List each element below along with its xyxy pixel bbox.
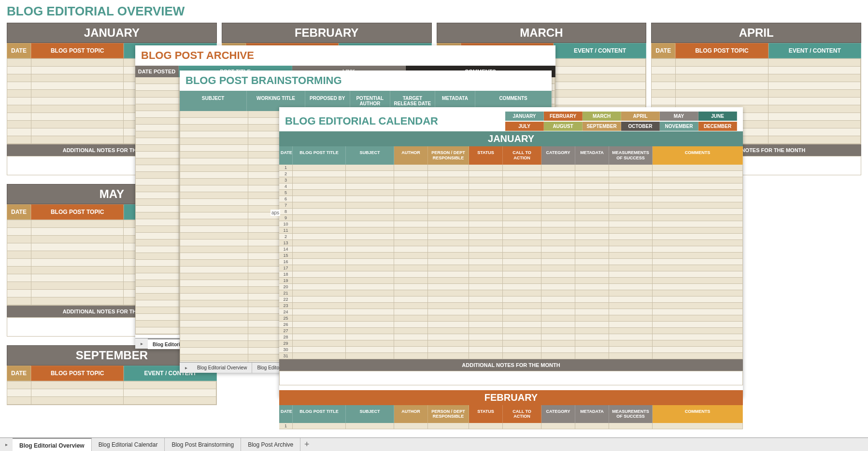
cal-col-date[interactable]: DATE [279, 405, 293, 423]
month-header: APRIL [651, 23, 861, 43]
cal-day-row[interactable]: 15 [279, 253, 743, 259]
cal-day-row[interactable]: 22 [279, 296, 743, 303]
cal-day-row[interactable]: 7 [279, 202, 743, 209]
cal-day-row[interactable]: 30 [279, 347, 743, 353]
cal-day-row[interactable]: 6 [279, 196, 743, 202]
cal-day-row[interactable]: 16 [279, 259, 743, 265]
add-sheet-button[interactable]: + [300, 439, 313, 450]
col-topic[interactable]: BLOG POST TOPIC [31, 204, 124, 220]
col-date-posted[interactable]: DATE POSTED [135, 66, 179, 77]
cal-col-cta[interactable]: CALL TO ACTION [503, 146, 541, 165]
cal-day-row[interactable]: 2 [279, 234, 743, 240]
cal-day-row[interactable]: 4 [279, 183, 743, 190]
cal-col-status[interactable]: STATUS [469, 405, 503, 423]
cal-col-author[interactable]: AUTHOR [394, 146, 428, 165]
month-header: JANUARY [7, 23, 217, 43]
cal-notes-body[interactable] [279, 371, 743, 385]
cal-day-row[interactable]: 1 [279, 165, 743, 171]
cal-day-row[interactable]: 28 [279, 334, 743, 340]
sheet-tab-blog-post-archive[interactable]: Blog Post Archive [241, 438, 300, 451]
cal-col-cta[interactable]: CALL TO ACTION [503, 405, 541, 423]
cal-day-row[interactable]: 5 [279, 190, 743, 196]
cal-day-row[interactable]: 20 [279, 284, 743, 290]
cal-day-row[interactable]: 29 [279, 340, 743, 347]
month-tab-november[interactable]: NOVEMBER [660, 122, 698, 131]
cal-day-row[interactable]: 27 [279, 328, 743, 334]
tab-prev-icon[interactable]: ▸ [135, 338, 148, 349]
month-tab-june[interactable]: JUNE [698, 112, 737, 121]
archive-title: BLOG POST ARCHIVE [135, 45, 555, 66]
cal-col-author[interactable]: AUTHOR [394, 405, 428, 423]
col-date[interactable]: DATE [7, 43, 31, 58]
cal-col-title[interactable]: BLOG POST TITLE [293, 405, 346, 423]
cal-day-row[interactable]: 2 [279, 171, 743, 177]
tab-prev-icon[interactable]: ▸ [180, 363, 192, 373]
calendar-title: BLOG EDITORIAL CALENDAR [285, 111, 444, 131]
cal-day-row[interactable]: 25 [279, 315, 743, 322]
month-tab-april[interactable]: APRIL [621, 112, 660, 121]
cal-col-date[interactable]: DATE [279, 146, 293, 165]
month-tab-january[interactable]: JANUARY [505, 112, 544, 121]
month-tab-september[interactable]: SEPTEMBER [583, 122, 621, 131]
cal-day-row[interactable]: 31 [279, 353, 743, 359]
month-tab-may[interactable]: MAY [660, 112, 698, 121]
col-event[interactable]: EVENT / CONTENT [554, 43, 646, 58]
cal-day-row[interactable]: 26 [279, 322, 743, 328]
month-tab-august[interactable]: AUGUST [544, 122, 583, 131]
month-tab-february[interactable]: FEBRUARY [544, 112, 583, 121]
cal-col-person[interactable]: PERSON / DEPT RESPONSIBLE [428, 405, 469, 423]
month-tab-october[interactable]: OCTOBER [621, 122, 660, 131]
col-topic[interactable]: BLOG POST TOPIC [31, 43, 124, 58]
cal-col-subject[interactable]: SUBJECT [346, 405, 394, 423]
cal-day-row[interactable]: 18 [279, 271, 743, 278]
sheet-tab[interactable]: Blog Editorial Overview [192, 363, 252, 373]
cal-col-subject[interactable]: SUBJECT [346, 146, 394, 165]
cal-day-row[interactable]: 1 [279, 423, 743, 429]
col-topic[interactable]: BLOG POST TOPIC [31, 366, 124, 381]
main-tabbar: ▸ Blog Editorial OverviewBlog Editorial … [0, 437, 868, 451]
cal-day-row[interactable]: 10 [279, 221, 743, 227]
col-date[interactable]: DATE [651, 43, 675, 58]
cal-day-row[interactable]: 8 [279, 209, 743, 215]
cal-col-category[interactable]: CATEGORY [541, 146, 575, 165]
january-banner: JANUARY [279, 131, 743, 146]
sheet-tab-blog-editorial-calendar[interactable]: Blog Editorial Calendar [92, 438, 165, 451]
cal-day-row[interactable]: 11 [279, 227, 743, 234]
col-date[interactable]: DATE [7, 366, 31, 381]
sheet-tab-blog-post-brainstorming[interactable]: Blog Post Brainstorming [165, 438, 241, 451]
sheet-tab-blog-editorial-overview[interactable]: Blog Editorial Overview [13, 438, 92, 451]
cal-col-comments[interactable]: COMMENTS [653, 405, 743, 423]
cal-col-status[interactable]: STATUS [469, 146, 503, 165]
cal-col-metadata[interactable]: METADATA [575, 146, 609, 165]
month-header: MARCH [437, 23, 647, 43]
cal-day-row[interactable]: 21 [279, 290, 743, 296]
cal-day-row[interactable]: 17 [279, 265, 743, 271]
col-event[interactable]: EVENT / CONTENT [768, 43, 861, 58]
cal-day-row[interactable]: 19 [279, 278, 743, 284]
cal-day-row[interactable]: 3 [279, 177, 743, 183]
month-header: FEBRUARY [222, 23, 432, 43]
cal-col-measures[interactable]: MEASUREMENTS OF SUCCESS [609, 405, 653, 423]
cal-col-category[interactable]: CATEGORY [541, 405, 575, 423]
month-tab-december[interactable]: DECEMBER [698, 122, 737, 131]
cal-day-row[interactable]: 24 [279, 309, 743, 315]
col-topic[interactable]: BLOG POST TOPIC [675, 43, 768, 58]
month-tab-july[interactable]: JULY [505, 122, 544, 131]
tab-prev-icon[interactable]: ▸ [0, 438, 13, 451]
cal-day-row[interactable]: 23 [279, 303, 743, 309]
cal-col-comments[interactable]: COMMENTS [653, 146, 743, 165]
cal-col-metadata[interactable]: METADATA [575, 405, 609, 423]
february-banner: FEBRUARY [279, 390, 743, 405]
cal-col-measures[interactable]: MEASUREMENTS OF SUCCESS [609, 146, 653, 165]
cal-col-title[interactable]: BLOG POST TITLE [293, 146, 346, 165]
cal-day-row[interactable]: 13 [279, 240, 743, 246]
col-date[interactable]: DATE [7, 204, 31, 220]
page-title: BLOG EDITORIAL OVERVIEW [0, 0, 868, 23]
cal-col-person[interactable]: PERSON / DEPT RESPONSIBLE [428, 146, 469, 165]
cal-day-row[interactable]: 9 [279, 215, 743, 221]
brainstorm-title: BLOG POST BRAINSTORMING [180, 70, 552, 91]
calendar-window: BLOG EDITORIAL CALENDAR JANUARYFEBRUARYM… [279, 107, 743, 397]
month-tab-march[interactable]: MARCH [583, 112, 621, 121]
cal-day-row[interactable]: 14 [279, 246, 743, 253]
col-subject[interactable]: SUBJECT [180, 91, 247, 111]
